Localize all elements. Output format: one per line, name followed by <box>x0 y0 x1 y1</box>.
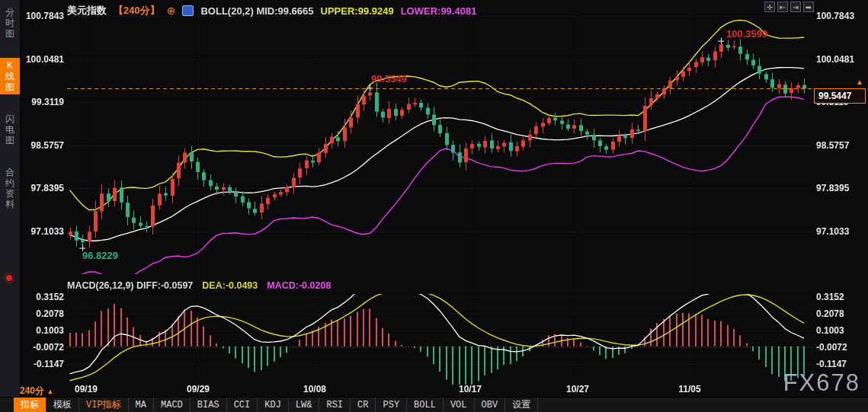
price-marker-arrow-icon: ▲ <box>856 78 863 86</box>
macd-tick-left: 0.3152 <box>24 292 64 302</box>
boll-mid-label: BOLL(20,2) MID:99.6665 <box>200 5 313 17</box>
symbol-title: 美元指数 <box>67 4 107 18</box>
toolbar-item-CCI6[interactable]: CCI <box>227 398 258 412</box>
x-axis-date-11-05: 11/05 <box>665 384 714 394</box>
compress-left-icon[interactable]: ⇤ <box>777 2 788 12</box>
toolbar-item-xx1[interactable]: 模板 <box>46 398 79 412</box>
swing-high-annotation: 99.5549 <box>371 73 407 85</box>
macd-tick-right: 0.2078 <box>816 308 844 319</box>
period-selector[interactable]: 240分 ▲ <box>20 385 53 398</box>
x-axis-date-10-27: 10/27 <box>553 384 602 394</box>
price-tick-right: 97.1033 <box>816 226 849 237</box>
price-tick-left: 100.0481 <box>24 54 64 65</box>
macd-tick-left: -0.0072 <box>24 342 64 353</box>
low-annotation: 96.8229 <box>82 250 118 261</box>
toolbar-item-xx0[interactable]: 指标 <box>14 398 46 412</box>
x-axis-date-10-08: 10/08 <box>290 384 339 394</box>
sidebar-item-2[interactable]: 闪 电 图 <box>0 111 20 148</box>
toolbar-item-RSI9[interactable]: RSI <box>319 398 351 412</box>
kline-chart-canvas[interactable] <box>0 0 868 412</box>
toolbar-item-BOLL12[interactable]: BOLL <box>407 398 444 412</box>
macd-diff-label: MACD(26,12,9) DIFF:-0.0597 <box>67 280 193 291</box>
macd-tick-right: -0.0072 <box>816 342 847 353</box>
macd-tick-right: 0.1003 <box>816 325 844 336</box>
compress-right-icon[interactable]: ⇥ <box>790 2 801 12</box>
period-text: 240分 <box>20 385 44 396</box>
sidebar-item-3[interactable]: 合 约 资 料 <box>0 164 20 212</box>
toolbar-item-VOL13[interactable]: VOL <box>444 398 475 412</box>
toolbar-item-OBV14[interactable]: OBV <box>475 398 506 412</box>
price-tick-right: 98.5757 <box>816 140 849 151</box>
toolbar-item-VIPxx2[interactable]: VIP指标 <box>79 398 129 412</box>
boll-lower-label: LOWER:99.4081 <box>401 5 477 17</box>
macd-tick-right: -0.1147 <box>816 359 847 369</box>
sidebar-item-1[interactable]: K 线 图 <box>0 58 20 94</box>
high-annotation: 100.3599 <box>726 28 767 40</box>
macd-value-label: MACD:-0.0208 <box>267 280 331 291</box>
toolbar-item-CR10[interactable]: CR <box>351 398 376 412</box>
left-sidebar: 分 时 图K 线 图闪 电 图合 约 资 料 <box>0 0 20 397</box>
price-tick-left: 98.5757 <box>24 140 64 151</box>
price-tick-right: 100.0481 <box>816 54 854 65</box>
toolbar-item-PSY11[interactable]: PSY <box>376 398 407 412</box>
price-tick-right: 100.7843 <box>816 11 854 21</box>
indicator-chart-icon <box>182 5 194 16</box>
price-tick-left: 99.3119 <box>24 97 64 107</box>
price-tick-left: 97.8395 <box>24 183 64 193</box>
compare-plus-icon[interactable]: ⊕ <box>167 5 176 17</box>
x-axis-date-09-19: 09/19 <box>62 384 111 394</box>
pan-exit-right-icon[interactable]: ➥ <box>803 2 814 12</box>
macd-tick-left: -0.1147 <box>24 359 64 369</box>
price-tick-left: 97.1033 <box>24 226 64 237</box>
chart-header: 美元指数 【240分】 ⊕ BOLL(20,2) MID:99.6665 UPP… <box>67 4 476 18</box>
toolbar-item-MA3[interactable]: MA <box>129 398 154 412</box>
sidebar-item-0[interactable]: 分 时 图 <box>0 5 20 41</box>
macd-dea-label: DEA:-0.0493 <box>202 280 258 291</box>
indicator-toolbar: 指标模板VIP指标MAMACDBIASCCIKDJLW&RSICRPSYBOLL… <box>0 397 868 412</box>
macd-header: MACD(26,12,9) DIFF:-0.0597 DEA:-0.0493 M… <box>67 280 331 291</box>
toolbar-item-LWx8[interactable]: LW& <box>289 398 320 412</box>
crosshair-move-icon[interactable]: ✛ <box>764 2 775 12</box>
toolbar-item-KDJ7[interactable]: KDJ <box>258 398 289 412</box>
period-arrow-icon: ▲ <box>46 388 53 395</box>
macd-tick-left: 0.2078 <box>24 308 64 319</box>
toolbar-item-BIAS5[interactable]: BIAS <box>191 398 227 412</box>
price-tick-right: 97.8395 <box>816 183 849 193</box>
boll-upper-label: UPPER:99.9249 <box>321 5 394 17</box>
macd-tick-left: 0.1003 <box>24 325 64 336</box>
fx678-watermark: FX678 <box>783 369 860 397</box>
x-axis-date-10-17: 10/17 <box>446 384 495 394</box>
toolbar-item-MACD4[interactable]: MACD <box>154 398 191 412</box>
x-axis-date-09-29: 09/29 <box>174 384 223 394</box>
live-indicator-icon <box>6 275 12 281</box>
chart-window-controls: ✛⇤⇥➥ <box>764 2 814 12</box>
period-badge: 【240分】 <box>114 4 160 18</box>
macd-tick-right: 0.3152 <box>816 292 844 302</box>
toolbar-item-xx15[interactable]: 设置 <box>505 398 538 412</box>
price-tick-left: 100.7843 <box>24 11 64 21</box>
current-price-box: 99.5447 <box>814 88 866 104</box>
